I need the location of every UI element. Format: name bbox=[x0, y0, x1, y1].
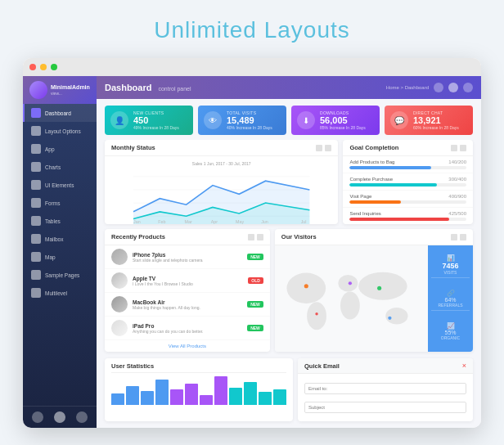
goal-count-2: 400/900 bbox=[448, 194, 466, 199]
svg-text:May: May bbox=[236, 219, 244, 224]
bar-8 bbox=[229, 388, 242, 405]
multilevel-icon bbox=[31, 288, 41, 298]
product-badge-0: NEW bbox=[247, 254, 263, 260]
vis-stat-1: 🔗 64% REFERRALS bbox=[431, 290, 470, 311]
svg-text:Feb: Feb bbox=[158, 219, 165, 224]
product-badge-3: NEW bbox=[247, 325, 263, 331]
svg-text:Apr: Apr bbox=[211, 219, 218, 224]
sidebar-bottom-icon-1[interactable] bbox=[32, 411, 43, 423]
browser-dot-green bbox=[51, 64, 57, 70]
goal-ctrl-2[interactable] bbox=[460, 145, 466, 151]
bar-4 bbox=[170, 389, 183, 405]
svg-point-18 bbox=[385, 308, 407, 324]
header-subtitle: control panel bbox=[158, 86, 191, 92]
line-chart: Sales 1 Jun, 2017 - 30 Jul, 2017 bbox=[105, 156, 338, 224]
chart-title: Monthly Status bbox=[111, 144, 155, 151]
visitors-stats: 📊 7456 VISITS 🔗 64% REFERRALS 📈 bbox=[428, 245, 473, 352]
sidebar-logo-text: MinimalAdmin bbox=[51, 84, 90, 91]
bar-2 bbox=[141, 391, 154, 406]
browser-dot-red bbox=[29, 64, 36, 70]
view-all-products[interactable]: View All Products bbox=[105, 340, 270, 352]
sidebar-logo: MinimalAdmin view... bbox=[23, 76, 97, 104]
sidebar-label-forms: Forms bbox=[45, 200, 60, 206]
clients-number: 450 bbox=[133, 116, 179, 125]
quick-email-close[interactable]: × bbox=[462, 362, 466, 370]
sidebar-item-multilevel[interactable]: Multilevel bbox=[23, 284, 97, 302]
svg-point-20 bbox=[349, 281, 352, 285]
sidebar-item-ui[interactable]: UI Elements bbox=[23, 176, 97, 194]
goal-name-2: Visit Page bbox=[349, 194, 371, 199]
goal-panel: Goal Completion Add Products to Bag 140/… bbox=[343, 140, 473, 224]
sidebar-item-tables[interactable]: Tables bbox=[23, 212, 97, 230]
product-avatar-1 bbox=[111, 272, 128, 289]
vis-num-0: 7456 bbox=[431, 262, 470, 270]
clients-change: 49% Increase In 28 Days bbox=[133, 125, 179, 130]
stat-card-downloads: ⬇ DOWNLOADS 56,005 85% Increase In 28 Da… bbox=[291, 106, 380, 135]
bar-9 bbox=[244, 382, 257, 405]
sidebar-item-dashboard[interactable]: Dashboard bbox=[23, 104, 97, 122]
sidebar-label-map: Map bbox=[45, 254, 56, 260]
product-item-2: MacBook Air Make big things happen. All … bbox=[105, 293, 270, 317]
sidebar-item-sample[interactable]: Sample Pages bbox=[23, 266, 97, 284]
vis-pct-1: 64% bbox=[431, 297, 470, 303]
products-panel: Recently Products iPhone 7plus Start sli… bbox=[105, 229, 270, 352]
sidebar-bottom-icon-3[interactable] bbox=[76, 411, 88, 423]
sidebar-item-layout[interactable]: Layout Options bbox=[23, 122, 97, 140]
sidebar-item-mailbox[interactable]: Mailbox bbox=[23, 230, 97, 248]
downloads-number: 56,005 bbox=[320, 116, 366, 125]
sidebar-item-charts[interactable]: Charts bbox=[23, 158, 97, 176]
goal-count-0: 140/200 bbox=[448, 160, 466, 164]
sidebar-item-map[interactable]: Map bbox=[23, 248, 97, 266]
visitors-ctrl-1[interactable] bbox=[451, 234, 457, 240]
notification-icon[interactable] bbox=[434, 83, 443, 92]
goal-ctrl-1[interactable] bbox=[451, 145, 457, 151]
visits-icon: 👁 bbox=[204, 111, 222, 129]
vis-lbl-2: ORGANIC bbox=[431, 335, 470, 340]
user-stats-panel: User Statistics bbox=[105, 358, 293, 421]
products-ctrl-2[interactable] bbox=[257, 234, 263, 240]
visitors-ctrl-2[interactable] bbox=[460, 234, 466, 240]
products-title: Recently Products bbox=[111, 233, 165, 240]
products-ctrl-1[interactable] bbox=[248, 234, 254, 240]
forms-icon bbox=[31, 198, 41, 208]
email-subject-field[interactable] bbox=[304, 402, 466, 413]
settings-icon[interactable] bbox=[448, 83, 458, 92]
product-desc-2: Make big things happen. All day long. bbox=[133, 305, 242, 310]
chart-ctrl-2[interactable] bbox=[325, 145, 331, 151]
sidebar-item-app[interactable]: App bbox=[23, 140, 97, 158]
chart-ctrl-1[interactable] bbox=[316, 145, 322, 151]
dashboard-icon bbox=[31, 108, 41, 118]
ui-icon bbox=[31, 180, 41, 190]
product-badge-2: NEW bbox=[247, 301, 263, 308]
sidebar-label-layout: Layout Options bbox=[45, 128, 81, 134]
goal-name-3: Send Inquiries bbox=[349, 211, 380, 216]
email-form bbox=[298, 374, 473, 421]
email-to-field[interactable] bbox=[304, 383, 466, 394]
dashboard: MinimalAdmin view... Dashboard Layout Op… bbox=[23, 76, 481, 428]
bar-1 bbox=[126, 386, 139, 405]
sidebar-nav: Dashboard Layout Options App Charts UI E… bbox=[23, 104, 97, 406]
quick-email-title: Quick Email bbox=[304, 362, 340, 370]
vis-icon-2: 📈 bbox=[431, 322, 470, 330]
breadcrumb: Home > Dashboard bbox=[386, 85, 429, 90]
sample-icon bbox=[31, 270, 41, 280]
product-name-3: iPad Pro bbox=[133, 323, 242, 329]
goal-title: Goal Completion bbox=[349, 144, 398, 151]
stat-card-visits: 👁 TOTAL VISITS 15,489 40% Increase In 28… bbox=[198, 106, 286, 135]
chat-icon: 💬 bbox=[390, 111, 408, 129]
bar-10 bbox=[259, 392, 272, 405]
product-info-3: iPad Pro Anything you can do you can do … bbox=[133, 323, 242, 334]
user-icon[interactable] bbox=[463, 83, 473, 92]
map-area: 📊 7456 VISITS 🔗 64% REFERRALS 📈 bbox=[275, 245, 473, 352]
sidebar-bottom-icon-2[interactable] bbox=[54, 411, 65, 423]
sidebar-item-forms[interactable]: Forms bbox=[23, 194, 97, 212]
goal-count-3: 425/500 bbox=[448, 211, 466, 216]
chat-info: DIRECT CHAT 13,921 60% Increase In 28 Da… bbox=[413, 110, 459, 130]
world-map bbox=[275, 245, 428, 352]
sidebar: MinimalAdmin view... Dashboard Layout Op… bbox=[23, 76, 97, 428]
clients-icon: 👤 bbox=[110, 111, 128, 129]
svg-point-16 bbox=[340, 291, 360, 319]
vis-lbl-0: VISITS bbox=[431, 270, 470, 275]
chart-controls bbox=[316, 145, 331, 151]
svg-point-14 bbox=[307, 302, 326, 330]
